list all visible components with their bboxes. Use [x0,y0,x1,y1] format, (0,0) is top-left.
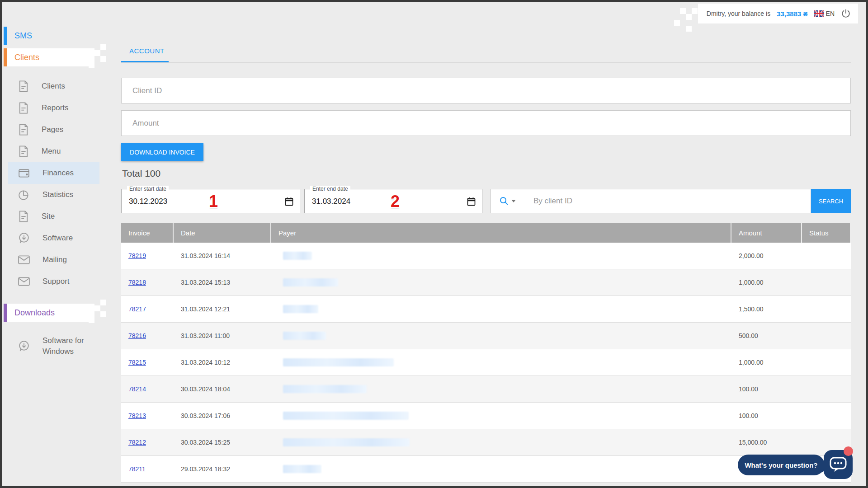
invoices-table: Invoice Date Payer Amount Status 78219 3… [121,223,851,483]
table-row: 78215 31.03.2024 10:12 1,000.00 [121,349,851,376]
sidebar-item-pages[interactable]: Pages [8,119,99,141]
power-icon [841,9,851,19]
invoice-link[interactable]: 78216 [128,332,146,339]
table-row: 78218 31.03.2024 15:13 1,000.00 [121,269,851,296]
search-button[interactable]: SEARCH [811,189,851,213]
table-row: 78214 30.03.2024 18:04 100.00 [121,376,851,403]
download-icon [18,340,30,352]
sidebar-section-sms[interactable]: SMS [4,27,110,45]
search-mode-dropdown[interactable] [491,189,525,213]
sidebar-item-menu[interactable]: Menu [8,141,99,162]
sidebar-section-downloads[interactable]: Downloads [4,304,94,322]
logout-button[interactable] [841,9,851,19]
sidebar-section-label: Downloads [14,308,55,318]
invoice-link[interactable]: 78211 [128,465,146,473]
sidebar-item-finances[interactable]: Finances [8,162,99,184]
invoice-link[interactable]: 78218 [128,279,146,286]
sidebar-item-mailing[interactable]: Mailing [8,249,99,271]
envelope-icon [18,255,30,264]
invoice-amount: 2,000.00 [731,252,802,259]
invoice-amount: 1,500.00 [731,305,802,313]
search-by-client-input[interactable] [524,189,811,213]
chat-prompt-bubble[interactable]: What's your question? [738,455,825,475]
invoice-amount: 500.00 [731,332,802,339]
column-header-payer: Payer [271,223,731,243]
end-date-field[interactable]: Enter end date 31.03.2024 2 [304,189,482,213]
sidebar-section-clients[interactable]: Clients [4,48,94,66]
invoice-link[interactable]: 78217 [128,305,146,313]
column-header-status: Status [802,223,850,243]
sidebar-item-software-for-windows[interactable]: Software for Windows [8,332,99,361]
payer-redacted [283,438,410,446]
sidebar-item-label: Support [42,277,70,286]
sidebar-item-label: Menu [42,147,61,156]
payer-redacted [283,278,338,286]
client-id-input[interactable] [121,78,851,103]
invoice-link[interactable]: 78219 [128,252,146,259]
tab-account[interactable]: ACCOUNT [129,47,165,55]
checker-decoration [89,317,94,323]
payer-redacted [283,358,394,366]
calendar-icon[interactable] [285,197,293,208]
sidebar-item-site[interactable]: Site [8,206,99,227]
pie-chart-icon [18,189,30,201]
sidebar-item-reports[interactable]: Reports [8,97,99,119]
download-icon [18,232,30,244]
sidebar-item-software[interactable]: Software [8,227,99,249]
sidebar-item-statistics[interactable]: Statistics [8,184,99,206]
sidebar-item-label: Site [42,212,55,221]
table-row: 78216 31.03.2024 11:00 500.00 [121,323,851,349]
invoice-link[interactable]: 78213 [128,412,146,419]
end-date-value[interactable]: 31.03.2024 [312,197,350,206]
sidebar-section-label: SMS [14,31,32,41]
uk-flag-icon [814,10,824,17]
invoice-date: 29.03.2024 18:32 [174,465,271,473]
sidebar-item-label: Clients [42,82,65,91]
checker-decoration [94,305,100,311]
app-window: Dmitry, your balance is 33,3883 ₴ EN SMS… [0,0,868,488]
sidebar-item-label: Statistics [42,190,73,199]
start-date-value[interactable]: 30.12.2023 [129,197,167,206]
checker-decoration [100,300,106,305]
document-icon [18,123,29,136]
end-date-label: Enter end date [310,186,350,192]
invoice-link[interactable]: 78215 [128,359,146,366]
document-icon [18,145,29,158]
invoice-date: 31.03.2024 11:00 [174,332,271,339]
invoice-amount: 1,000.00 [731,359,802,366]
search-icon [500,197,509,206]
payer-redacted [283,465,321,473]
checker-decoration [692,8,698,14]
document-icon [18,102,29,114]
checker-decoration [94,50,100,56]
sidebar-item-support[interactable]: Support [8,271,99,292]
chat-icon [829,456,847,473]
balance-link[interactable]: 33,3883 ₴ [777,10,807,18]
chevron-down-icon [511,200,516,202]
start-date-label: Enter start date [127,186,169,192]
table-row: 78212 30.03.2024 15:25 15,000.00 [121,429,851,456]
sidebar-section-label: Clients [14,53,39,62]
invoice-link[interactable]: 78214 [128,385,146,393]
payer-redacted [283,305,318,313]
table-header: Invoice Date Payer Amount Status [121,223,851,243]
payer-redacted [283,412,409,420]
sidebar-item-label: Mailing [42,255,67,264]
sidebar-item-clients[interactable]: Clients [8,75,99,97]
topbar: Dmitry, your balance is 33,3883 ₴ EN [698,4,858,23]
table-row: 78217 31.03.2024 12:21 1,500.00 [121,296,851,323]
download-invoice-button[interactable]: DOWNLOAD INVOICE [121,143,203,161]
tab-divider [121,62,851,63]
amount-input[interactable] [121,110,851,136]
invoice-date: 31.03.2024 15:13 [174,279,271,286]
column-header-date: Date [174,223,271,243]
language-switcher[interactable]: EN [814,10,835,17]
total-count: Total 100 [122,168,160,179]
envelope-icon [18,277,30,286]
calendar-icon[interactable] [467,197,476,208]
start-date-field[interactable]: Enter start date 30.12.2023 1 [121,189,300,213]
invoice-link[interactable]: 78212 [128,439,146,446]
section-accent-bar [4,304,7,322]
checker-decoration [89,62,94,68]
invoice-amount: 15,000.00 [731,439,802,446]
